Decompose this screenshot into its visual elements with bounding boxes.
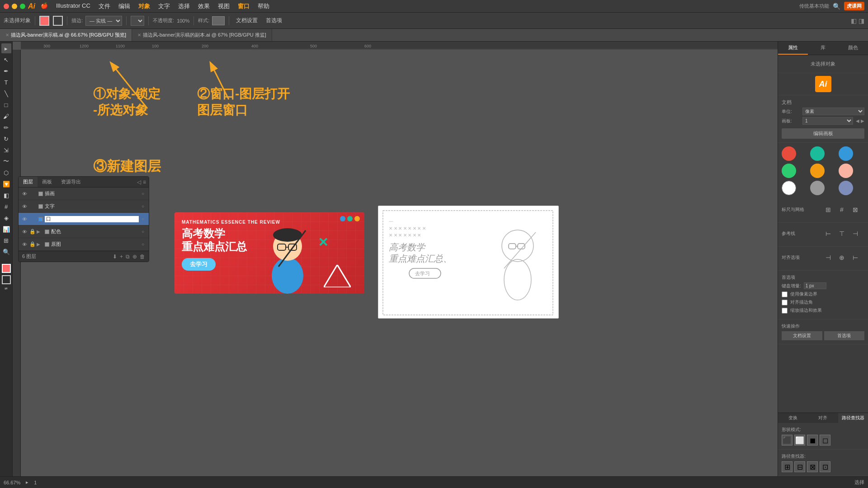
- eye-active[interactable]: 👁: [20, 216, 28, 222]
- snap-icon[interactable]: ⊠: [850, 204, 861, 215]
- tab-1-close[interactable]: ✕: [5, 33, 9, 38]
- eye-original[interactable]: 👁: [20, 242, 28, 247]
- tab-2[interactable]: ✕ 描边风-banner演示稿的副本.ai @ 67% [RGB/GPU 推监]: [132, 29, 272, 41]
- guide-icon1[interactable]: ⊢: [823, 228, 834, 239]
- pen-tool[interactable]: ✒: [1, 66, 11, 76]
- tab-align[interactable]: 对齐: [808, 413, 838, 423]
- keyboard-input[interactable]: [804, 282, 826, 289]
- gradient-tool[interactable]: ◧: [1, 190, 11, 200]
- style-swatch[interactable]: [212, 16, 225, 25]
- align-center-icon[interactable]: ⊕: [836, 252, 847, 263]
- traffic-lights[interactable]: [4, 4, 25, 9]
- stroke-swatch[interactable]: [53, 16, 63, 26]
- minimize-button[interactable]: [12, 4, 17, 9]
- minus-icon[interactable]: ⬜: [794, 435, 805, 446]
- swap-icon[interactable]: ⇄: [5, 286, 8, 291]
- menu-file[interactable]: 文件: [99, 2, 110, 10]
- pencil-tool[interactable]: ✏: [1, 122, 11, 132]
- exclude-icon[interactable]: ◻: [820, 435, 830, 446]
- lock-active[interactable]: 🔒: [28, 216, 37, 222]
- merge-icon[interactable]: ⊕: [132, 253, 137, 260]
- divide-icon[interactable]: ⊞: [782, 461, 793, 472]
- edit-board-btn[interactable]: 编辑画板: [782, 128, 864, 139]
- tab-properties[interactable]: 属性: [778, 42, 808, 55]
- menu-view[interactable]: 视图: [218, 2, 230, 10]
- align-left-icon[interactable]: ⊣: [823, 252, 834, 263]
- menu-help[interactable]: 帮助: [258, 2, 269, 10]
- select-tool[interactable]: ▸: [1, 43, 11, 53]
- board-select[interactable]: 1: [802, 117, 853, 125]
- stroke-select[interactable]: — 实线 —: [85, 16, 122, 26]
- layers-tab-artboard[interactable]: 画板: [38, 177, 57, 187]
- menu-window[interactable]: 窗口: [238, 2, 250, 10]
- maximize-button[interactable]: [20, 4, 25, 9]
- new-layer-below-icon[interactable]: ⬇: [113, 253, 117, 260]
- color-white[interactable]: [782, 181, 796, 195]
- paintbrush-tool[interactable]: 🖌: [1, 111, 11, 121]
- collapse-icon[interactable]: ◁: [137, 179, 141, 185]
- menu-object[interactable]: 对象: [138, 2, 150, 10]
- eye-palette[interactable]: 👁: [20, 229, 28, 235]
- tab-2-close[interactable]: ✕: [137, 33, 141, 38]
- snap-corner-checkbox[interactable]: [782, 300, 788, 305]
- trim-icon[interactable]: ⊟: [794, 461, 805, 472]
- color-red[interactable]: [782, 146, 796, 161]
- tab-library[interactable]: 库: [808, 42, 838, 55]
- fill-color[interactable]: [2, 264, 11, 273]
- color-gray[interactable]: [810, 181, 825, 195]
- crop-icon[interactable]: ⊡: [820, 461, 830, 472]
- board-nav[interactable]: ◀ ▶: [856, 118, 864, 123]
- layer-row-active[interactable]: 👁 🔒 ○: [19, 213, 149, 225]
- layers-tab-export[interactable]: 资源导出: [57, 177, 85, 187]
- layer-row-palette[interactable]: 👁 🔒 ▶ 配色 ○: [19, 225, 149, 238]
- search-icon[interactable]: 🔍: [833, 3, 840, 10]
- graph-tool[interactable]: 📊: [1, 224, 11, 234]
- panels-icon2[interactable]: ◨: [859, 17, 864, 24]
- unit-select[interactable]: 像素: [802, 108, 864, 115]
- direct-select-tool[interactable]: ↖: [1, 55, 11, 65]
- tab-transform[interactable]: 变换: [778, 413, 808, 423]
- eye-text[interactable]: 👁: [20, 204, 28, 209]
- duplicate-layer-icon[interactable]: ⧉: [126, 253, 130, 260]
- snap-effect-checkbox[interactable]: [782, 308, 788, 314]
- menu-effect[interactable]: 效果: [198, 2, 210, 10]
- blend-tool[interactable]: ⬡: [1, 168, 11, 178]
- lock-original[interactable]: 🔒: [28, 241, 37, 247]
- zoom-tool[interactable]: 🔍: [1, 247, 11, 257]
- lock-text[interactable]: 🔒: [28, 203, 37, 209]
- color-teal[interactable]: [810, 146, 825, 161]
- line-tool[interactable]: ╲: [1, 89, 11, 99]
- align-right-icon[interactable]: ⊢: [850, 252, 861, 263]
- color-blue[interactable]: [839, 146, 853, 161]
- guide-icon3[interactable]: ⊣: [850, 228, 861, 239]
- layer-visible-text[interactable]: ○: [139, 204, 147, 209]
- zoom-level[interactable]: 66.67%: [4, 480, 20, 485]
- layers-tab-layers[interactable]: 图层: [19, 177, 38, 187]
- rect-tool[interactable]: □: [1, 100, 11, 110]
- warp-tool[interactable]: 〜: [1, 156, 11, 166]
- quick-doc-settings-btn[interactable]: 文档设置: [782, 331, 822, 340]
- color-pink[interactable]: [839, 164, 853, 178]
- lock-palette[interactable]: 🔒: [28, 229, 37, 235]
- quick-prefs-btn[interactable]: 首选项: [824, 331, 865, 340]
- layer-visible-illustration[interactable]: ○: [139, 191, 147, 196]
- menu-illustrator[interactable]: Illustrator CC: [56, 2, 90, 10]
- delete-layer-icon[interactable]: 🗑: [140, 253, 145, 260]
- expand-original[interactable]: ▶: [37, 242, 43, 247]
- eye-illustration[interactable]: 👁: [20, 191, 28, 197]
- ruler-icon[interactable]: #: [836, 204, 847, 215]
- lock-illustration[interactable]: 🔒: [28, 191, 37, 197]
- grid-icon[interactable]: ⊞: [823, 204, 834, 215]
- menu-text[interactable]: 文字: [158, 2, 170, 10]
- scale-tool[interactable]: ⇲: [1, 145, 11, 155]
- doc-settings-btn[interactable]: 文档设置: [233, 16, 260, 25]
- banner-button[interactable]: 去学习: [182, 258, 216, 271]
- new-layer-icon[interactable]: +: [120, 253, 123, 260]
- layer-row-text[interactable]: 👁 🔒 文字 ○: [19, 200, 149, 213]
- color-orange[interactable]: [810, 164, 825, 178]
- panels-icon[interactable]: ◧: [851, 17, 857, 24]
- layer-visible-palette[interactable]: ○: [139, 229, 147, 234]
- merge-icon[interactable]: ⊠: [807, 461, 818, 472]
- intersect-icon[interactable]: ◼: [807, 435, 818, 446]
- color-periwinkle[interactable]: [839, 181, 853, 195]
